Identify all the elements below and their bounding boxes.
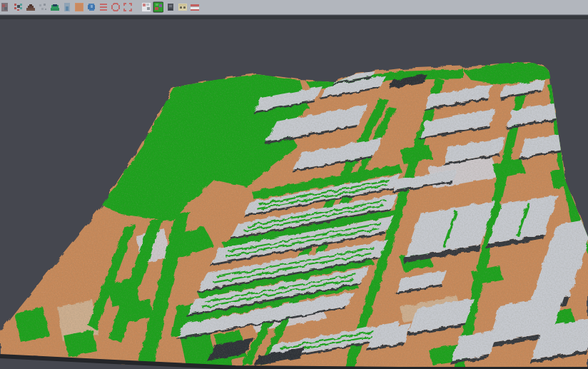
classification-view-icon[interactable] bbox=[153, 1, 163, 13]
grid-markers-icon[interactable] bbox=[141, 1, 151, 13]
dark-globe-icon[interactable] bbox=[165, 1, 176, 13]
toolbar bbox=[0, 0, 588, 15]
bounds-region-icon[interactable] bbox=[122, 1, 133, 13]
tie-points-icon[interactable] bbox=[13, 1, 24, 13]
import-data-icon[interactable] bbox=[1, 1, 11, 13]
striped-flag-icon[interactable] bbox=[189, 1, 200, 13]
globe-icon[interactable] bbox=[86, 1, 96, 13]
orthophoto-icon[interactable] bbox=[74, 1, 84, 13]
dsm-surface-icon[interactable] bbox=[49, 1, 60, 13]
viewport-3d[interactable] bbox=[0, 16, 588, 369]
ring-target-icon[interactable] bbox=[110, 1, 121, 13]
application-window bbox=[0, 0, 588, 369]
table-export-icon[interactable] bbox=[177, 1, 188, 13]
terrain-mound-icon[interactable] bbox=[25, 1, 36, 13]
sparse-points-icon[interactable] bbox=[37, 1, 48, 13]
report-list-icon[interactable] bbox=[98, 1, 108, 13]
column-profile-icon[interactable] bbox=[61, 1, 72, 13]
toolbar-separator bbox=[133, 1, 140, 13]
